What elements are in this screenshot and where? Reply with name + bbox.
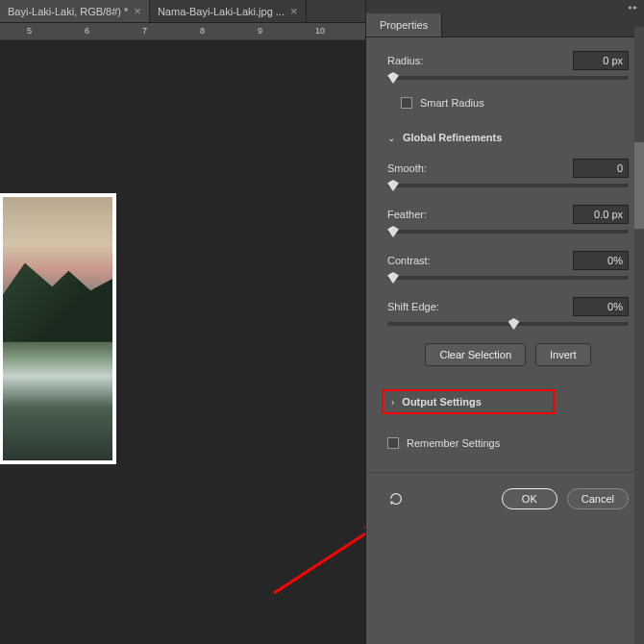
smooth-input[interactable] — [573, 159, 629, 178]
radius-input[interactable] — [573, 51, 629, 70]
feather-label: Feather: — [387, 209, 427, 220]
global-refinements-header[interactable]: ⌄ Global Refinements — [387, 132, 629, 143]
smart-radius-checkbox[interactable] — [401, 97, 412, 109]
feather-input[interactable] — [573, 205, 629, 224]
tab-label: Nama-Bayi-Laki-Laki.jpg ... — [158, 6, 285, 17]
remember-settings-label: Remember Settings — [407, 437, 500, 449]
smooth-slider[interactable] — [387, 184, 629, 187]
panel-body: Radius: Smart Radius ⌄ Global Refinement… — [366, 37, 644, 644]
global-refinements-title: Global Refinements — [403, 132, 502, 143]
contrast-input[interactable] — [573, 251, 629, 270]
shift-edge-slider[interactable] — [387, 322, 629, 326]
svg-line-0 — [274, 529, 365, 593]
output-settings-header[interactable]: › Output Settings — [382, 389, 555, 414]
panel-tabs: Properties — [366, 13, 644, 37]
scrollbar-thumb[interactable] — [634, 142, 644, 229]
tab-label: Bayi-Laki-Laki, RGB/8#) * — [8, 6, 128, 17]
properties-panel: ▸▸ Properties Radius: Smart Radius ⌄ Glo… — [365, 0, 644, 644]
document-tab-2[interactable]: Nama-Bayi-Laki-Laki.jpg ... × — [150, 0, 307, 22]
chevron-down-icon: ⌄ — [387, 133, 395, 143]
smooth-label: Smooth: — [387, 162, 427, 174]
canvas-area[interactable] — [0, 40, 365, 644]
remember-settings-checkbox[interactable] — [387, 437, 399, 449]
shift-edge-label: Shift Edge: — [387, 301, 439, 312]
smart-radius-label: Smart Radius — [420, 97, 484, 109]
properties-tab[interactable]: Properties — [366, 13, 442, 37]
close-icon[interactable]: × — [290, 4, 298, 18]
contrast-slider[interactable] — [387, 276, 629, 280]
radius-label: Radius: — [387, 55, 423, 66]
radius-slider[interactable] — [387, 76, 629, 80]
panel-header-bar: ▸▸ — [366, 0, 644, 13]
output-settings-title: Output Settings — [402, 396, 482, 408]
ok-button[interactable]: OK — [502, 488, 557, 509]
cancel-button[interactable]: Cancel — [567, 488, 629, 509]
reset-icon[interactable] — [387, 490, 405, 508]
chevron-right-icon: › — [391, 397, 394, 408]
divider — [366, 472, 644, 473]
panel-menu-icon[interactable]: ▸▸ — [629, 3, 638, 12]
horizontal-ruler: 5 6 7 8 9 10 — [0, 23, 365, 40]
canvas-panel: Bayi-Laki-Laki, RGB/8#) * × Nama-Bayi-La… — [0, 0, 365, 644]
document-tab-1[interactable]: Bayi-Laki-Laki, RGB/8#) * × — [0, 0, 150, 22]
invert-button[interactable]: Invert — [535, 343, 591, 366]
annotation-arrow — [269, 521, 365, 598]
scrollbar[interactable] — [634, 27, 644, 644]
document-tab-bar: Bayi-Laki-Laki, RGB/8#) * × Nama-Bayi-La… — [0, 0, 365, 23]
feather-slider[interactable] — [387, 230, 629, 234]
contrast-label: Contrast: — [387, 255, 431, 266]
close-icon[interactable]: × — [134, 4, 141, 18]
image-preview — [0, 194, 115, 463]
clear-selection-button[interactable]: Clear Selection — [425, 343, 526, 366]
shift-edge-input[interactable] — [573, 297, 629, 316]
